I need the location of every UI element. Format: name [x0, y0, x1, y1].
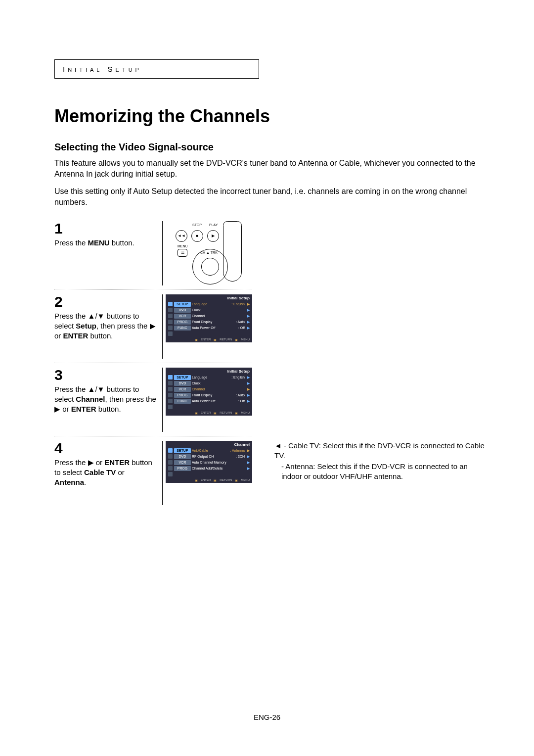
step-4-osd: Channel SETUPAnt./Cable: Antenna▶DVDRF O… [163, 441, 260, 483]
step-1-remote-illustration: ◄◄ ■ ▶ STOP PLAY ☰ MENU CH ▲ TRK [163, 221, 260, 285]
step-1-number: 1 [54, 221, 158, 236]
step-1: 1 Press the MENU button. ◄◄ ■ ▶ STOP PLA… [54, 217, 485, 289]
note-antenna: - Antenna: Select this if the DVD-VCR is… [274, 462, 485, 482]
step-2-osd: Initial Setup SETUPLanguage: English▶DVD… [163, 294, 260, 342]
page-subtitle: Selecting the Video Signal-source [54, 142, 485, 153]
intro-paragraph-1: This feature allows you to manually set … [54, 158, 485, 180]
step-4-notes: - Cable TV: Select this if the DVD-VCR i… [260, 441, 485, 482]
note-cable-tv: - Cable TV: Select this if the DVD-VCR i… [274, 441, 485, 461]
step-3-text: Press the ▲/▼ buttons to select Channel,… [54, 384, 158, 415]
step-2: 2 Press the ▲/▼ buttons to select Setup,… [54, 290, 485, 363]
step-3: 3 Press the ▲/▼ buttons to select Channe… [54, 364, 485, 436]
section-header: Initial Setup [54, 59, 259, 79]
step-2-number: 2 [54, 294, 158, 309]
step-3-osd: Initial Setup SETUPLanguage: English▶DVD… [163, 368, 260, 416]
step-1-text: Press the MENU button. [54, 238, 158, 248]
section-header-text: Initial Setup [63, 65, 142, 73]
step-4-number: 4 [54, 441, 158, 456]
page-title: Memorizing the Channels [54, 106, 485, 127]
intro-paragraph-2: Use this setting only if Auto Setup dete… [54, 186, 485, 208]
step-2-text: Press the ▲/▼ buttons to select Setup, t… [54, 311, 158, 341]
step-3-number: 3 [54, 368, 158, 382]
page-number: ENG-26 [0, 713, 534, 721]
step-4: 4 Press the ▶ or ENTER button to select … [54, 437, 485, 509]
step-4-text: Press the ▶ or ENTER button to select Ca… [54, 458, 158, 488]
